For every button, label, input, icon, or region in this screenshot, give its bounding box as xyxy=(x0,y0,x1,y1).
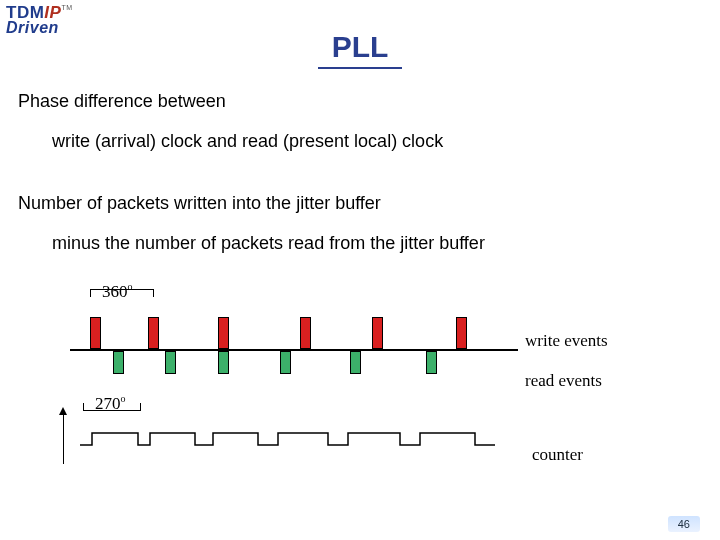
label-write-events: write events xyxy=(525,331,608,351)
body-line-2: write (arrival) clock and read (present … xyxy=(52,131,443,152)
timing-diagram: 360o write events read events 270o count… xyxy=(70,285,650,485)
read-event-bar xyxy=(165,351,176,374)
write-event-bar xyxy=(218,317,229,349)
read-event-bar xyxy=(426,351,437,374)
write-event-bar xyxy=(456,317,467,349)
counter-waveform xyxy=(80,425,510,465)
read-event-bar xyxy=(218,351,229,374)
read-event-bar xyxy=(280,351,291,374)
timeline xyxy=(70,349,518,351)
read-event-bar xyxy=(113,351,124,374)
read-event-bar xyxy=(350,351,361,374)
counter-arrow-icon xyxy=(63,413,64,464)
body-line-4: minus the number of packets read from th… xyxy=(52,233,485,254)
page-number: 46 xyxy=(668,516,700,532)
logo-tm: TM xyxy=(61,4,72,11)
label-270: 270o xyxy=(95,393,126,414)
label-360: 360o xyxy=(102,281,133,302)
body-line-3: Number of packets written into the jitte… xyxy=(18,193,381,214)
write-event-bar xyxy=(300,317,311,349)
write-event-bar xyxy=(372,317,383,349)
title-underline xyxy=(318,67,402,69)
write-event-bar xyxy=(90,317,101,349)
body-line-1: Phase difference between xyxy=(18,91,226,112)
page-title: PLL xyxy=(0,30,720,64)
write-event-bar xyxy=(148,317,159,349)
label-counter: counter xyxy=(532,445,583,465)
label-read-events: read events xyxy=(525,371,602,391)
